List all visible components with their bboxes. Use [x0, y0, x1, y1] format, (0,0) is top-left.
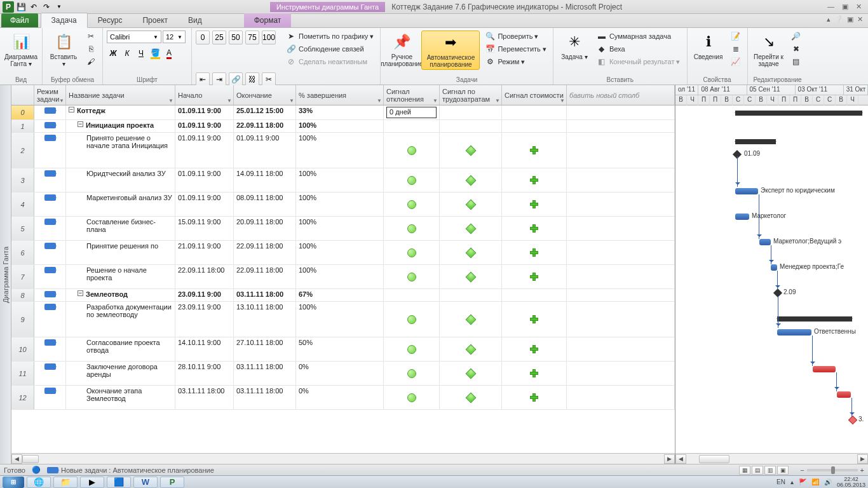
- mode-button[interactable]: ⚙Режим ▾: [482, 56, 548, 67]
- gantt-bar-9[interactable]: [777, 329, 811, 336]
- task-name-cell[interactable]: Заключение договора аренды: [66, 362, 175, 385]
- tray-clock[interactable]: 22:42 06.05.2013: [837, 477, 865, 488]
- start-cell[interactable]: 23.09.11 9:00: [175, 289, 234, 301]
- rest-cell[interactable]: [567, 105, 675, 119]
- outline-collapse-icon[interactable]: −: [69, 107, 74, 112]
- finish-cell[interactable]: 22.09.11 18:00: [234, 120, 296, 132]
- task-mode-cell[interactable]: [34, 168, 66, 192]
- signal-work-cell[interactable]: [440, 337, 502, 361]
- col-header-finish[interactable]: Окончание▼: [234, 85, 296, 105]
- font-size-combo[interactable]: 12▼: [163, 30, 186, 43]
- italic-button[interactable]: К: [121, 47, 133, 60]
- gantt-bar-summary-8[interactable]: [777, 316, 852, 322]
- view-resource-icon[interactable]: ▣: [777, 466, 789, 475]
- signal-cost-cell[interactable]: [502, 362, 567, 385]
- col-header-pct[interactable]: % завершения▼: [296, 85, 384, 105]
- signal-work-cell[interactable]: [440, 362, 502, 385]
- redo-icon[interactable]: ↷: [41, 1, 52, 13]
- task-mode-cell[interactable]: [34, 241, 66, 264]
- table-row[interactable]: 8−Землеотвод23.09.11 9:0003.11.11 18:006…: [11, 289, 675, 302]
- signal-cost-cell[interactable]: [502, 337, 567, 361]
- details-button[interactable]: ≣: [728, 43, 743, 55]
- row-id-cell[interactable]: 2: [11, 133, 34, 168]
- status-macro-icon[interactable]: 🔵: [32, 466, 41, 474]
- gantt-timescale[interactable]: ол '1108 Авг '1105 Сен '1103 Окт '1131 О…: [675, 85, 868, 105]
- gantt-bar-3[interactable]: [735, 188, 758, 194]
- signal-deviation-cell[interactable]: [384, 362, 440, 385]
- start-cell[interactable]: 15.09.11 9:00: [175, 217, 234, 240]
- zoom-thumb[interactable]: [831, 466, 835, 474]
- zoom-out-icon[interactable]: −: [800, 466, 804, 474]
- task-name-cell[interactable]: Юридтческий анализ ЗУ: [66, 168, 175, 192]
- pct-cell[interactable]: 100%: [296, 133, 384, 168]
- row-id-cell[interactable]: 9: [11, 302, 34, 337]
- table-row[interactable]: 12Окончание этапа Землеотвод03.11.11 18:…: [11, 386, 675, 410]
- split-task-button[interactable]: ✂: [262, 72, 276, 86]
- pct-cell[interactable]: 100%: [296, 193, 384, 216]
- pct-cell[interactable]: 0%: [296, 386, 384, 409]
- cut-button[interactable]: ✂: [83, 30, 98, 42]
- paste-button[interactable]: 📋 Вставить ▾: [46, 30, 81, 69]
- task-mode-cell[interactable]: [34, 193, 66, 216]
- indent-button[interactable]: ⇥: [212, 72, 226, 86]
- pct-cell[interactable]: 100%: [296, 168, 384, 192]
- task-mode-cell[interactable]: [34, 217, 66, 240]
- task-mode-cell[interactable]: [34, 302, 66, 337]
- scroll-right-icon[interactable]: ▶: [664, 454, 675, 464]
- format-painter-button[interactable]: 🖌: [83, 56, 98, 67]
- finish-cell[interactable]: 27.10.11 18:00: [234, 337, 296, 361]
- pct-cell[interactable]: 100%: [296, 217, 384, 240]
- ribbon-minimize-icon[interactable]: ▴: [827, 15, 831, 24]
- col-header-start[interactable]: Начало▼: [175, 85, 234, 105]
- cell-edit-input[interactable]: 0 дней: [386, 107, 437, 118]
- progress-50-icon[interactable]: 50: [229, 30, 243, 44]
- table-row[interactable]: 11Заключение договора аренды28.10.11 9:0…: [11, 362, 675, 386]
- row-id-cell[interactable]: 3: [11, 168, 34, 192]
- task-name-cell[interactable]: Окончание этапа Землеотвод: [66, 386, 175, 409]
- tab-project[interactable]: Проект: [132, 13, 178, 27]
- mark-on-track-button[interactable]: ➤Пометить по графику ▾: [283, 30, 376, 42]
- gantt-bar-6[interactable]: [771, 264, 777, 271]
- tray-flag-icon[interactable]: 🚩: [799, 478, 806, 485]
- manual-schedule-button[interactable]: 📌 Ручное планирование: [384, 30, 419, 69]
- signal-cost-cell[interactable]: [502, 193, 567, 216]
- taskbar-word-icon[interactable]: W: [133, 477, 158, 488]
- signal-work-cell[interactable]: [440, 241, 502, 264]
- task-mode-cell[interactable]: [34, 133, 66, 168]
- signal-deviation-cell[interactable]: [384, 168, 440, 192]
- col-header-indicator[interactable]: [11, 85, 34, 105]
- bold-button[interactable]: Ж: [107, 47, 119, 60]
- table-row[interactable]: 0−Коттедж01.09.11 9:0025.01.12 15:0033%0…: [11, 105, 675, 120]
- start-cell[interactable]: 14.10.11 9:00: [175, 337, 234, 361]
- task-mode-cell[interactable]: [34, 362, 66, 385]
- row-id-cell[interactable]: 6: [11, 241, 34, 264]
- fill-color-button[interactable]: 🪣: [149, 47, 161, 60]
- timeline-button[interactable]: 📈: [728, 56, 743, 67]
- link-tasks-button[interactable]: 🔗: [229, 72, 243, 86]
- scroll-to-task-button[interactable]: ↘ Перейти к задаче: [752, 30, 786, 69]
- gantt-hscroll[interactable]: ◀ ▶: [675, 453, 868, 464]
- signal-work-cell[interactable]: [440, 133, 502, 168]
- help-icon[interactable]: ❔: [834, 15, 843, 24]
- table-row[interactable]: 1−Инициация проекта01.09.11 9:0022.09.11…: [11, 120, 675, 133]
- taskbar-media-icon[interactable]: ▶: [80, 477, 104, 488]
- finish-cell[interactable]: 01.09.11 9:00: [234, 133, 296, 168]
- start-cell[interactable]: 28.10.11 9:00: [175, 362, 234, 385]
- underline-button[interactable]: Ч: [135, 47, 147, 60]
- task-name-cell[interactable]: Составление бизнес-плана: [66, 217, 175, 240]
- finish-cell[interactable]: 20.09.11 18:00: [234, 217, 296, 240]
- rest-cell[interactable]: [567, 133, 675, 168]
- taskbar-explorer-icon[interactable]: 📁: [53, 477, 78, 488]
- finish-cell[interactable]: 22.09.11 18:00: [234, 265, 296, 288]
- gantt-bar-4[interactable]: [735, 214, 749, 220]
- start-cell[interactable]: 22.09.11 18:00: [175, 265, 234, 288]
- col-header-signal-deviation[interactable]: Сигнал отклонения▼: [384, 85, 440, 105]
- table-row[interactable]: 7Решение о начале проекта22.09.11 18:002…: [11, 265, 675, 289]
- rest-cell[interactable]: [567, 337, 675, 361]
- signal-work-cell[interactable]: [440, 193, 502, 216]
- start-cell[interactable]: 01.09.11 9:00: [175, 168, 234, 192]
- notes-button[interactable]: 📝: [728, 30, 743, 42]
- signal-cost-cell[interactable]: [502, 105, 567, 119]
- row-id-cell[interactable]: 0: [11, 105, 34, 119]
- start-cell[interactable]: 23.09.11 9:00: [175, 302, 234, 337]
